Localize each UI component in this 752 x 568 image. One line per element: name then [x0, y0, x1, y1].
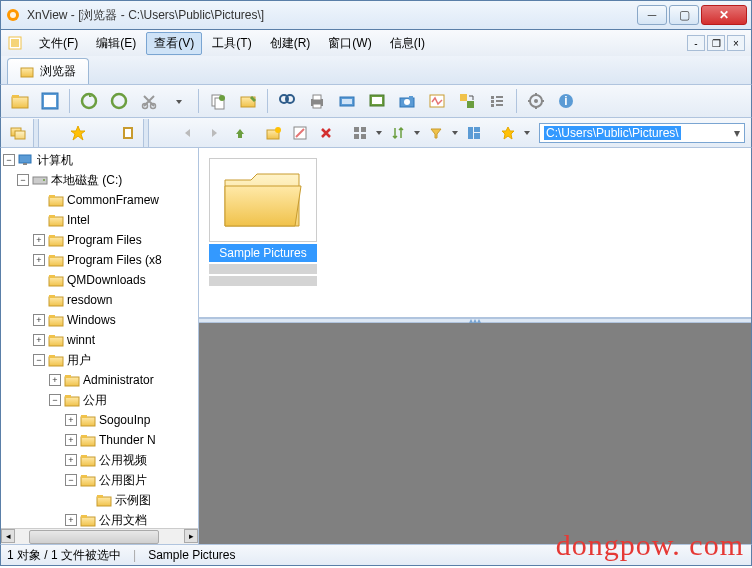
tree-expand-icon[interactable]: + — [33, 254, 45, 266]
tree-item[interactable]: 用户 — [67, 352, 91, 369]
address-dropdown-icon[interactable]: ▾ — [734, 126, 740, 140]
tree-item[interactable]: 示例图 — [115, 492, 151, 509]
tool-copy[interactable] — [205, 88, 231, 114]
tree-expand-icon[interactable]: + — [65, 454, 77, 466]
tree-expand-icon[interactable]: + — [65, 434, 77, 446]
tool-find[interactable] — [274, 88, 300, 114]
tree-item[interactable]: 公用文档 — [99, 512, 147, 529]
tool-scan[interactable] — [334, 88, 360, 114]
tree-expand-icon[interactable]: + — [49, 374, 61, 386]
tree-computer[interactable]: 计算机 — [37, 152, 73, 169]
dropdown-icon[interactable] — [451, 126, 459, 140]
tool-cut[interactable] — [136, 88, 162, 114]
tool-settings[interactable] — [523, 88, 549, 114]
nav-forward[interactable] — [203, 122, 225, 144]
tree-collapse-icon[interactable]: − — [33, 354, 45, 366]
nav-folders[interactable] — [7, 122, 29, 144]
menu-file[interactable]: 文件(F) — [31, 32, 86, 55]
tree-collapse-icon[interactable]: − — [3, 154, 15, 166]
nav-clipboard[interactable] — [117, 122, 139, 144]
tree-item[interactable]: Program Files (x8 — [67, 253, 162, 267]
nav-splitter[interactable] — [33, 119, 39, 147]
tree-hscrollbar[interactable]: ◂ ▸ — [1, 528, 198, 544]
tool-slideshow[interactable] — [364, 88, 390, 114]
tool-stop[interactable] — [106, 88, 132, 114]
scroll-thumb[interactable] — [29, 530, 159, 544]
svg-rect-33 — [491, 100, 494, 103]
minimize-button[interactable]: ─ — [637, 5, 667, 25]
tree-item[interactable]: Administrator — [83, 373, 154, 387]
mdi-close[interactable]: × — [727, 35, 745, 51]
tab-browser[interactable]: 浏览器 — [7, 58, 89, 84]
menu-view[interactable]: 查看(V) — [146, 32, 202, 55]
tree-item[interactable]: resdown — [67, 293, 112, 307]
menu-window[interactable]: 窗口(W) — [320, 32, 379, 55]
folder-tree[interactable]: −计算机 −本地磁盘 (C:) CommonFramew Intel +Prog… — [1, 148, 198, 532]
mdi-restore[interactable]: ❐ — [707, 35, 725, 51]
mdi-minimize[interactable]: - — [687, 35, 705, 51]
nav-favorite-add[interactable] — [67, 122, 89, 144]
tree-expand-icon[interactable]: + — [33, 334, 45, 346]
tree-item[interactable]: Intel — [67, 213, 90, 227]
tool-convert[interactable] — [454, 88, 480, 114]
tool-open[interactable] — [7, 88, 33, 114]
nav-view-mode[interactable] — [349, 122, 371, 144]
nav-edit[interactable] — [289, 122, 311, 144]
tool-fullscreen[interactable] — [37, 88, 63, 114]
close-button[interactable]: ✕ — [701, 5, 747, 25]
tool-dropdown[interactable] — [166, 88, 192, 114]
menu-tools[interactable]: 工具(T) — [204, 32, 259, 55]
menu-info[interactable]: 信息(I) — [382, 32, 433, 55]
tree-collapse-icon[interactable]: − — [17, 174, 29, 186]
svg-rect-21 — [313, 104, 321, 108]
nav-up[interactable] — [229, 122, 251, 144]
nav-sort[interactable] — [387, 122, 409, 144]
dropdown-icon[interactable] — [375, 126, 383, 140]
maximize-button[interactable]: ▢ — [669, 5, 699, 25]
address-bar[interactable]: C:\Users\Public\Pictures\ ▾ — [539, 123, 745, 143]
tree-item[interactable]: SogouInp — [99, 413, 150, 427]
svg-rect-32 — [491, 96, 494, 99]
tree-expand-icon[interactable]: + — [33, 314, 45, 326]
tree-item[interactable]: 公用图片 — [99, 472, 147, 489]
tree-item[interactable]: 公用 — [83, 392, 107, 409]
dropdown-icon[interactable] — [413, 126, 421, 140]
tree-item[interactable]: 公用视频 — [99, 452, 147, 469]
nav-newfolder[interactable] — [263, 122, 285, 144]
menu-create[interactable]: 创建(R) — [262, 32, 319, 55]
nav-splitter-2[interactable] — [143, 119, 149, 147]
menu-edit[interactable]: 编辑(E) — [88, 32, 144, 55]
tool-camera[interactable] — [394, 88, 420, 114]
svg-rect-65 — [49, 235, 55, 238]
tool-list[interactable] — [484, 88, 510, 114]
tool-paste[interactable] — [235, 88, 261, 114]
tool-edit-image[interactable] — [424, 88, 450, 114]
dropdown-icon[interactable] — [523, 126, 531, 140]
tree-item[interactable]: Thunder N — [99, 433, 156, 447]
nav-delete[interactable] — [315, 122, 337, 144]
tree-item[interactable]: QMDownloads — [67, 273, 146, 287]
tree-expand-icon[interactable]: + — [65, 514, 77, 526]
tree-expand-icon[interactable]: + — [65, 414, 77, 426]
scroll-right-icon[interactable]: ▸ — [184, 529, 198, 543]
tool-help[interactable]: i — [553, 88, 579, 114]
tree-item[interactable]: winnt — [67, 333, 95, 347]
thumb-sample-pictures[interactable]: Sample Pictures — [209, 158, 317, 286]
tree-item[interactable]: Windows — [67, 313, 116, 327]
tree-collapse-icon[interactable]: − — [65, 474, 77, 486]
tool-refresh[interactable] — [76, 88, 102, 114]
tree-drive-c[interactable]: 本地磁盘 (C:) — [51, 172, 122, 189]
titlebar: XnView - [浏览器 - C:\Users\Public\Pictures… — [0, 0, 752, 30]
nav-layout[interactable] — [463, 122, 485, 144]
nav-filter[interactable] — [425, 122, 447, 144]
svg-rect-60 — [49, 197, 63, 206]
scroll-left-icon[interactable]: ◂ — [1, 529, 15, 543]
tool-print[interactable] — [304, 88, 330, 114]
tree-collapse-icon[interactable]: − — [49, 394, 61, 406]
tree-item[interactable]: CommonFramew — [67, 193, 159, 207]
thumbnail-pane[interactable]: Sample Pictures — [199, 148, 751, 318]
nav-favorites[interactable] — [497, 122, 519, 144]
tree-item[interactable]: Program Files — [67, 233, 142, 247]
nav-back[interactable] — [177, 122, 199, 144]
tree-expand-icon[interactable]: + — [33, 234, 45, 246]
